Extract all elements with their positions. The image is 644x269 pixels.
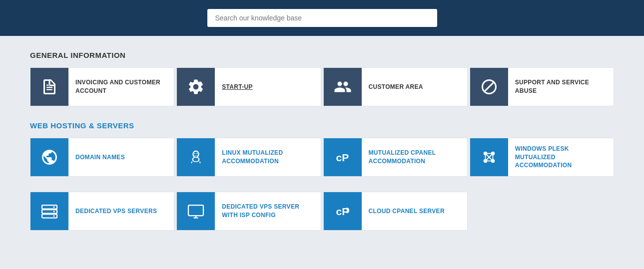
card-support-abuse[interactable]: SUPPORT AND SERVICE ABUSE [470, 67, 614, 106]
card-customer-area[interactable]: CUSTOMER AREA [323, 67, 468, 106]
svg-point-4 [194, 153, 195, 154]
card-domain-names[interactable]: DOMAIN NAMES [30, 138, 174, 177]
card-startup[interactable]: START-UP [176, 67, 321, 106]
svg-rect-25 [188, 205, 203, 216]
section-title-general: GENERAL INFORMATION [30, 51, 614, 59]
card-mutualized-cpanel-label: MUTUALIZED CPANEL ACCOMMODATION [362, 149, 467, 166]
empty-card [470, 192, 614, 231]
main-content: GENERAL INFORMATION INVOICING AND CUSTOM… [0, 36, 644, 246]
svg-point-7 [193, 158, 199, 162]
svg-point-22 [53, 211, 55, 212]
people-icon [324, 68, 362, 106]
card-invoicing[interactable]: INVOICING AND CUSTOMER ACCOUNT [30, 67, 174, 106]
cpanel-icon: cP [324, 138, 362, 176]
monitor-icon [177, 192, 215, 230]
svg-point-20 [53, 206, 55, 208]
header [0, 0, 644, 36]
section-title-hosting: WEB HOSTING & SERVERS [30, 121, 614, 130]
card-customer-area-label: CUSTOMER AREA [362, 83, 430, 91]
card-cloud-cpanel[interactable]: cP CLOUD CPANEL SERVER [323, 192, 468, 231]
hosting-grid-2: DEDICATED VPS SERVERS DEDICATED VPS SERV… [30, 192, 614, 231]
card-mutualized-cpanel[interactable]: cP MUTUALIZED CPANEL ACCOMMODATION [323, 138, 468, 177]
card-linux-mutualized-label: LINUX MUTUALIZED ACCOMMODATION [215, 149, 320, 166]
card-linux-mutualized[interactable]: LINUX MUTUALIZED ACCOMMODATION [176, 138, 321, 177]
cpanel2-icon: cP [324, 192, 362, 230]
card-support-abuse-label: SUPPORT AND SERVICE ABUSE [508, 78, 614, 95]
card-dedicated-vps-isp[interactable]: DEDICATED VPS SERVER WITH ISP CONFIG [176, 192, 321, 231]
globe-icon [30, 138, 68, 176]
svg-point-24 [53, 215, 55, 217]
card-cloud-cpanel-label: CLOUD CPANEL SERVER [362, 207, 452, 216]
card-windows-plesk[interactable]: WINDOWS PLESK MUTUALIZED ACCOMMODATION [470, 138, 614, 177]
search-input[interactable] [207, 9, 437, 27]
server-icon [30, 192, 68, 230]
card-invoicing-label: INVOICING AND CUSTOMER ACCOUNT [68, 78, 174, 95]
card-dedicated-vps[interactable]: DEDICATED VPS SERVERS [30, 192, 174, 231]
card-dedicated-vps-isp-label: DEDICATED VPS SERVER WITH ISP CONFIG [215, 203, 320, 220]
card-dedicated-vps-label: DEDICATED VPS SERVERS [68, 207, 164, 216]
document-icon [30, 68, 68, 106]
gear-icon [177, 68, 215, 106]
svg-point-1 [199, 82, 201, 84]
svg-text:cP: cP [336, 152, 349, 163]
card-windows-plesk-label: WINDOWS PLESK MUTUALIZED ACCOMMODATION [508, 145, 614, 170]
linux-icon [177, 138, 215, 176]
block-icon [470, 68, 508, 106]
card-domain-names-label: DOMAIN NAMES [68, 153, 132, 162]
general-info-grid: INVOICING AND CUSTOMER ACCOUNT START-UP [30, 67, 614, 106]
svg-text:cP: cP [336, 206, 349, 217]
card-startup-label: START-UP [215, 83, 260, 91]
plesk-icon [470, 138, 508, 176]
svg-point-5 [196, 153, 197, 154]
hosting-grid: DOMAIN NAMES LINUX MUTUALIZED ACCOMMODAT… [30, 138, 614, 177]
